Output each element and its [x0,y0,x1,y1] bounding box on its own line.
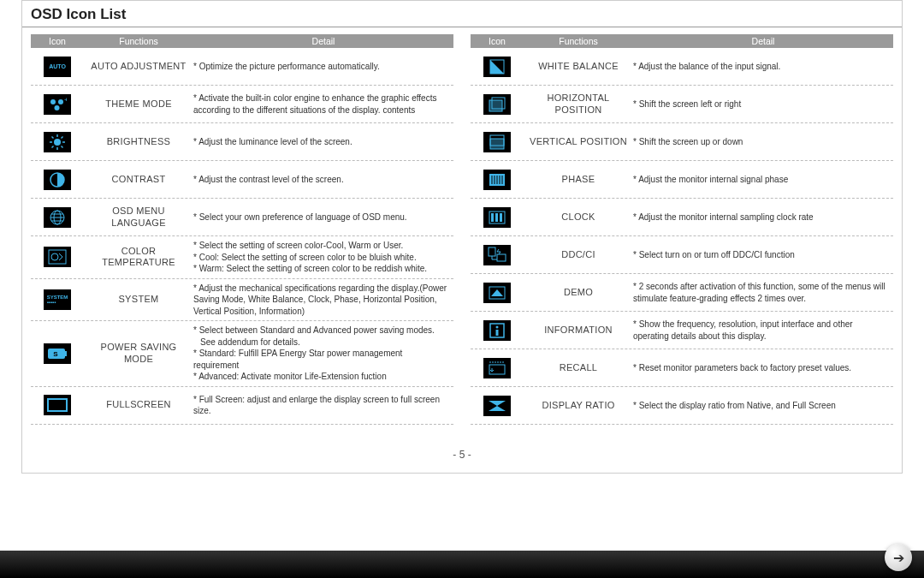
function-label: SYSTEM [84,294,193,306]
detail-item: See addendum for details. [193,337,450,349]
function-label: THEME MODE [84,98,193,110]
theme-icon: + [44,94,71,115]
detail-cell: Select the display ratio from Native, an… [633,400,893,412]
icon-cell: S [31,343,84,364]
icon-cell [471,320,524,341]
table-row: CLOCKAdjust the monitor internal samplin… [471,199,893,236]
colortemp-icon [44,247,71,267]
table-row: VERTICAL POSITIONShift the screen up or … [471,123,893,161]
table-row: DDC/CISelect turn on or turn off DDC/CI … [471,236,893,274]
table-header: Icon Functions Detail [31,34,453,48]
detail-cell: Show the frequency, resolution, input in… [633,319,893,342]
icon-cell [471,170,524,190]
power-icon: S [44,343,71,364]
detail-item: Adjust the mechanical specifications reg… [193,283,450,318]
detail-item: Adjust the contrast level of the screen. [193,174,450,186]
header-icon: Icon [31,34,84,48]
table-row: HORIZONTAL POSITIONShift the screen left… [471,86,893,123]
svg-point-20 [51,253,58,260]
detail-item: Select your own preference of language o… [193,212,450,223]
icon-cell [471,57,524,77]
right-column: Icon Functions Detail WHITE BALANCEAdjus… [471,34,893,425]
clock-icon [483,207,511,228]
detail-item: 2 seconds after activation of this funct… [633,281,890,304]
function-label: INFORMATION [524,325,633,337]
detail-cell: Adjust the monitor internal signal phase [633,174,893,186]
icon-cell: SYSTEM▪▪▪▪▪ [31,289,84,310]
icon-cell [471,396,524,416]
function-label: DDC/CI [524,249,633,261]
detail-cell: Adjust the luminance level of the screen… [193,136,453,148]
icon-cell [471,94,524,115]
function-label: AUTO ADJUSTMENT [84,61,193,73]
detail-item: Select the display ratio from Native, an… [633,400,890,412]
function-label: DEMO [524,287,633,299]
detail-item: Shift the screen left or right [633,98,890,110]
hpos-icon [483,94,511,115]
next-page-button[interactable] [885,544,912,571]
detail-item: Adjust the balance of the input signal. [633,61,890,73]
info-icon [483,320,511,341]
detail-item: Optimize the picture performance automat… [193,61,450,73]
phase-icon [483,170,511,190]
detail-cell: Adjust the contrast level of the screen. [193,174,453,186]
table-row: CONTRASTAdjust the contrast level of the… [31,161,453,199]
icon-cell [31,247,84,267]
table-row: SPOWER SAVING MODESelect between Standar… [31,321,453,387]
ddcci-icon [483,245,511,265]
title-bar: OSD Icon List [22,1,902,27]
table-row: FULLSCREENFull Screen: adjust and enlarg… [31,387,453,425]
table-row: SYSTEM▪▪▪▪▪SYSTEMAdjust the mechanical s… [31,279,453,322]
header-functions: Functions [84,34,193,48]
svg-rect-41 [497,254,506,261]
brightness-icon [44,132,71,152]
icon-cell [31,132,84,152]
page-title: OSD Icon List [31,6,126,23]
system-icon: SYSTEM▪▪▪▪▪ [44,289,71,310]
detail-cell: Select the setting of screen color-Cool,… [193,240,453,275]
detail-item: Shift the screen up or down [633,136,890,148]
detail-cell: Shift the screen up or down [633,136,893,148]
detail-item: Select turn on or turn off DDC/CI functi… [633,249,890,261]
contrast-icon [44,170,71,190]
detail-item: Adjust the monitor internal signal phase [633,174,890,186]
icon-cell [31,170,84,190]
icon-cell [471,245,524,265]
table-row: AUTOAUTO ADJUSTMENTOptimize the picture … [31,48,453,86]
svg-point-44 [496,325,499,328]
detail-cell: Adjust the mechanical specifications reg… [193,283,453,318]
svg-line-11 [52,146,54,147]
detail-cell: Select your own preference of language o… [193,212,453,223]
svg-text:S: S [53,350,58,358]
detail-item: Warm: Select the setting of screen color… [193,263,450,275]
table-row: COLOR TEMPERATURESelect the setting of s… [31,236,453,279]
detail-cell: Shift the screen left or right [633,98,893,110]
icon-cell [471,283,524,303]
function-label: VERTICAL POSITION [524,136,633,148]
detail-item: Adjust the monitor internal sampling clo… [633,212,890,223]
icon-cell [471,207,524,228]
detail-item: Select the setting of screen color-Cool,… [193,240,450,252]
detail-item: Adjust the luminance level of the screen… [193,136,450,148]
auto-icon: AUTO [44,57,71,77]
svg-point-4 [54,139,61,146]
function-label: BRIGHTNESS [84,136,193,148]
table-row: BRIGHTNESSAdjust the luminance level of … [31,123,453,161]
svg-line-10 [62,146,63,147]
function-label: RECALL [524,362,633,374]
recall-icon [483,358,511,378]
table-header: Icon Functions Detail [471,34,893,48]
detail-cell: Full Screen: adjust and enlarge the disp… [193,394,453,417]
detail-item: Advanced: Activate monitor Life-Extensio… [193,371,450,383]
document-page: OSD Icon List Icon Functions Detail AUTO… [21,0,903,474]
detail-item: Cool: Select the setting of screen color… [193,252,450,264]
footer-bar [0,551,924,578]
function-label: DISPLAY RATIO [524,400,633,412]
header-detail: Detail [193,34,453,48]
detail-cell: Adjust the balance of the input signal. [633,61,893,73]
detail-item: Standard: Fulfill EPA Energy Star power … [193,348,450,371]
icon-cell [471,358,524,378]
icon-cell [471,132,524,152]
svg-rect-37 [491,213,494,222]
svg-rect-27 [489,100,502,111]
